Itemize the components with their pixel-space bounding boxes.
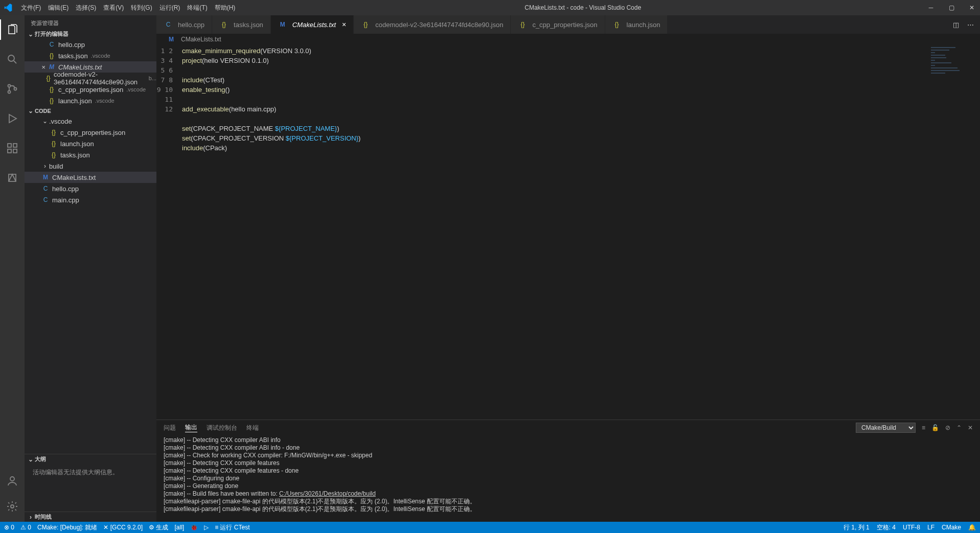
editor-tab[interactable]: Chello.cpp [156,15,212,34]
chevron-down-icon: ⌄ [27,107,35,114]
svg-rect-8 [9,174,16,181]
panel-tab[interactable]: 问题 [164,424,176,432]
timeline-header[interactable]: ›时间线 [25,512,156,522]
cmake-file-icon: M [167,36,176,43]
status-item[interactable]: 空格: 4 [877,523,896,532]
menu-item[interactable]: 帮助(H) [211,4,239,12]
sidebar-title: 资源管理器 [25,15,156,29]
open-editor-item[interactable]: Chello.cpp [25,39,156,50]
panel-tab[interactable]: 终端 [246,424,259,432]
status-item[interactable]: ✕ [GCC 9.2.0] [103,523,143,532]
status-item[interactable]: ⊗ 0 [4,523,14,532]
code-content[interactable]: cmake_minimum_required(VERSION 3.0.0)pro… [182,45,360,420]
source-control-icon[interactable] [0,79,25,99]
account-icon[interactable] [0,471,25,491]
file-item[interactable]: {}launch.json [25,138,156,149]
breadcrumb[interactable]: M CMakeLists.txt [156,34,980,45]
close-icon[interactable]: × [40,63,47,71]
status-item[interactable]: 🐞 [190,523,198,532]
code-editor[interactable]: 1 2 3 4 5 6 7 8 9 10 11 12 cmake_minimum… [156,45,980,420]
status-item[interactable]: UTF-8 [903,523,920,532]
panel-output[interactable]: [cmake] -- Detecting CXX compiler ABI in… [156,435,980,522]
status-item[interactable]: CMake: [Debug]: 就绪 [37,523,97,532]
editor-tab[interactable]: {}tasks.json [212,15,271,34]
extensions-icon[interactable] [0,138,25,158]
list-icon[interactable]: ≡ [922,424,925,431]
search-icon[interactable] [0,49,25,69]
clear-icon[interactable]: ⊘ [945,424,950,431]
minimize-icon[interactable]: ─ [927,4,935,11]
status-item[interactable]: ≡ 运行 CTest [215,523,249,532]
menu-item[interactable]: 编辑(E) [44,4,72,12]
json-file-icon: {} [45,75,52,82]
bottom-panel: 问题输出调试控制台终端CMake/Build≡🔓⊘⌃✕ [cmake] -- D… [156,420,980,522]
workspace-header[interactable]: ⌄CODE [25,106,156,115]
split-editor-icon[interactable]: ◫ [953,21,959,29]
menu-item[interactable]: 选择(S) [72,4,100,12]
cmake-file-icon: M [278,21,287,28]
status-item[interactable]: LF [927,523,935,532]
more-icon[interactable]: ⋯ [967,21,974,29]
json-file-icon: {} [49,140,58,147]
settings-gear-icon[interactable] [0,496,25,517]
status-item[interactable]: ⚠ 0 [20,523,31,532]
output-channel-select[interactable]: CMake/Build [856,423,916,433]
close-panel-icon[interactable]: ✕ [968,424,973,431]
svg-rect-6 [13,149,17,153]
panel-tab[interactable]: 输出 [185,423,197,432]
file-item[interactable]: Chello.cpp [25,183,156,194]
json-file-icon: {} [361,21,370,28]
status-bar: ⊗ 0⚠ 0CMake: [Debug]: 就绪✕ [GCC 9.2.0]⚙ 生… [0,522,980,533]
file-item[interactable]: {}tasks.json [25,149,156,160]
menu-item[interactable]: 查看(V) [100,4,127,12]
minimap[interactable] [931,47,972,73]
menu-item[interactable]: 转到(G) [127,4,155,12]
menu-item[interactable]: 运行(R) [156,4,184,12]
file-item[interactable]: {}c_cpp_properties.json [25,127,156,138]
line-numbers: 1 2 3 4 5 6 7 8 9 10 11 12 [156,45,182,420]
svg-rect-7 [13,144,17,147]
cpp-file-icon: C [164,21,173,28]
menu-item[interactable]: 终端(T) [184,4,211,12]
vscode-logo-icon [4,4,13,12]
status-item[interactable]: [all] [174,523,184,532]
open-editor-item[interactable]: {}launch.json.vscode [25,95,156,106]
sidebar: 资源管理器 ⌄打开的编辑器 Chello.cpp {}tasks.json.vs… [25,15,156,522]
status-item[interactable]: 🔔 [968,523,976,532]
close-tab-icon[interactable]: × [342,20,346,29]
open-editor-item[interactable]: {}codemodel-v2-3e6164f47474fd4c8e90.json… [25,73,156,84]
editor-tab[interactable]: {}c_cpp_properties.json [511,15,605,34]
outline-header[interactable]: ⌄大纲 [25,454,156,464]
folder-item[interactable]: ›build [25,160,156,172]
explorer-icon[interactable] [0,19,25,40]
svg-point-3 [14,88,17,90]
menu-item[interactable]: 文件(F) [17,4,44,12]
json-file-icon: {} [518,21,527,28]
close-icon[interactable]: ✕ [968,4,976,11]
cmake-icon[interactable] [0,168,25,188]
status-item[interactable]: ⚙ 生成 [149,523,168,532]
chevron-icon: › [41,163,49,170]
panel-tab[interactable]: 调试控制台 [207,424,237,432]
json-file-icon: {} [49,151,58,158]
editor-tabs: Chello.cpp{}tasks.jsonMCMakeLists.txt×{}… [156,15,980,34]
status-item[interactable]: 行 1, 列 1 [844,523,870,532]
status-item[interactable]: CMake [942,523,961,532]
titlebar: 文件(F)编辑(E)选择(S)查看(V)转到(G)运行(R)终端(T)帮助(H)… [0,0,980,15]
file-item[interactable]: MCMakeLists.txt [25,172,156,183]
editor-tab[interactable]: {}launch.json [605,15,668,34]
open-editors-header[interactable]: ⌄打开的编辑器 [25,29,156,39]
status-item[interactable]: ▷ [204,523,209,532]
lock-icon[interactable]: 🔓 [931,424,939,431]
chevron-up-icon[interactable]: ⌃ [956,424,962,431]
window-title: CMakeLists.txt - code - Visual Studio Co… [239,4,927,11]
chevron-down-icon: ⌄ [27,456,35,463]
run-debug-icon[interactable] [0,108,25,129]
folder-item[interactable]: ⌄.vscode [25,115,156,127]
editor-tab[interactable]: MCMakeLists.txt× [271,15,354,34]
maximize-icon[interactable]: ▢ [947,4,955,11]
json-file-icon: {} [49,129,58,136]
editor-tab[interactable]: {}codemodel-v2-3e6164f47474fd4c8e90.json [354,15,511,34]
open-editor-item[interactable]: {}tasks.json.vscode [25,50,156,61]
file-item[interactable]: Cmain.cpp [25,194,156,205]
